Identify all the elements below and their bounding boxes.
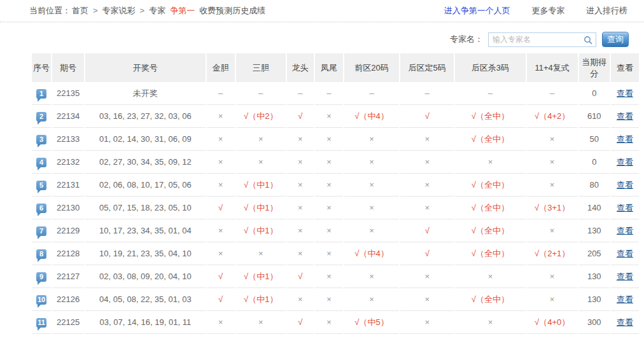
view-link[interactable]: 查看 bbox=[617, 88, 633, 98]
column-header: 开奖号 bbox=[85, 53, 205, 82]
score-cell: 140 bbox=[579, 197, 610, 219]
score-cell: 50 bbox=[579, 128, 610, 151]
column-header: 金胆 bbox=[207, 53, 235, 82]
draw-numbers-cell: 02, 03, 08, 09, 20, 04, 10 bbox=[85, 265, 205, 288]
prediction-result-cell: √（中4） bbox=[344, 105, 399, 128]
breadcrumb-channel-link[interactable]: 专家说彩 bbox=[102, 6, 136, 15]
view-link[interactable]: 查看 bbox=[617, 226, 633, 235]
table-row: 62213005, 07, 15, 18, 23, 05, 10√√（中1）××… bbox=[32, 197, 639, 219]
prediction-result-cell: × bbox=[315, 242, 343, 265]
prediction-result-cell: √（3+1） bbox=[527, 197, 578, 219]
issue-cell: 22126 bbox=[52, 288, 84, 311]
table-row: 122135未开奖––––––––0查看 bbox=[32, 82, 639, 105]
prediction-result-cell: √（全中） bbox=[455, 174, 525, 197]
table-row: 112212503, 07, 14, 16, 19, 01, 11××√×√（中… bbox=[32, 311, 639, 334]
seq-cell: 7 bbox=[32, 219, 51, 242]
prediction-result-cell: × bbox=[207, 128, 235, 151]
prediction-result-cell: × bbox=[207, 174, 235, 197]
table-row: 82212810, 19, 21, 23, 35, 04, 10××××√（中4… bbox=[32, 242, 639, 265]
view-link[interactable]: 查看 bbox=[617, 180, 633, 190]
prediction-result-cell: × bbox=[344, 265, 399, 288]
top-links: 进入争第一个人页 更多专家 进入排行榜 bbox=[425, 5, 627, 17]
draw-numbers-cell: 01, 02, 14, 30, 31, 06, 09 bbox=[85, 128, 205, 151]
table-row: 32213301, 02, 14, 30, 31, 06, 09××××××√（… bbox=[32, 128, 639, 151]
view-link[interactable]: 查看 bbox=[617, 294, 633, 304]
prediction-result-cell: × bbox=[315, 288, 343, 311]
prediction-result-cell: √（全中） bbox=[455, 197, 525, 219]
prediction-result-cell: √ bbox=[207, 288, 235, 311]
prediction-result-cell: – bbox=[315, 82, 343, 105]
seq-cell: 1 bbox=[32, 82, 51, 105]
score-cell: 0 bbox=[579, 151, 610, 174]
prediction-result-cell: √ bbox=[207, 197, 235, 219]
view-link[interactable]: 查看 bbox=[617, 249, 633, 258]
prediction-result-cell: × bbox=[455, 151, 525, 174]
prediction-result-cell: √（全中） bbox=[455, 242, 525, 265]
prediction-result-cell: × bbox=[287, 151, 314, 174]
draw-numbers-cell: 04, 05, 08, 22, 35, 01, 03 bbox=[85, 288, 205, 311]
query-button[interactable]: 查询 bbox=[602, 32, 629, 47]
personal-page-link[interactable]: 进入争第一个人页 bbox=[444, 6, 510, 15]
prediction-result-cell: × bbox=[207, 219, 235, 242]
prediction-result-cell: × bbox=[315, 265, 343, 288]
draw-numbers-cell: 02, 27, 30, 34, 35, 09, 12 bbox=[85, 151, 205, 174]
prediction-result-cell: √（4+2） bbox=[527, 105, 578, 128]
score-cell: 610 bbox=[579, 105, 610, 128]
prediction-result-cell: × bbox=[287, 288, 314, 311]
search-icon[interactable] bbox=[583, 35, 593, 45]
row-number-badge: 6 bbox=[36, 204, 46, 213]
prediction-result-cell: × bbox=[344, 197, 399, 219]
prediction-result-cell: × bbox=[207, 151, 235, 174]
view-link[interactable]: 查看 bbox=[617, 317, 633, 327]
seq-cell: 3 bbox=[32, 128, 51, 151]
breadcrumb-separator: > bbox=[140, 6, 145, 15]
prediction-result-cell: √ bbox=[287, 265, 314, 288]
prediction-result-cell: × bbox=[315, 197, 343, 219]
view-cell: 查看 bbox=[611, 82, 639, 105]
breadcrumb-separator: > bbox=[93, 6, 98, 15]
row-number-badge: 2 bbox=[36, 112, 46, 121]
view-link[interactable]: 查看 bbox=[617, 134, 633, 144]
seq-cell: 11 bbox=[32, 311, 51, 334]
prediction-result-cell: – bbox=[236, 82, 286, 105]
prediction-result-cell: × bbox=[455, 265, 525, 288]
issue-cell: 22135 bbox=[52, 82, 84, 105]
draw-numbers-cell: 未开奖 bbox=[85, 82, 205, 105]
prediction-result-cell: × bbox=[287, 242, 314, 265]
issue-cell: 22130 bbox=[52, 197, 84, 219]
prediction-result-cell: × bbox=[344, 288, 399, 311]
prediction-result-cell: × bbox=[527, 174, 578, 197]
column-header: 当期得分 bbox=[579, 53, 610, 82]
more-experts-link[interactable]: 更多专家 bbox=[531, 6, 564, 15]
ranking-link[interactable]: 进入排行榜 bbox=[586, 6, 627, 15]
row-number-badge: 7 bbox=[36, 226, 46, 236]
view-link[interactable]: 查看 bbox=[617, 111, 633, 121]
draw-numbers-cell: 05, 07, 15, 18, 23, 05, 10 bbox=[85, 197, 205, 219]
expert-search-input[interactable] bbox=[489, 33, 596, 46]
view-link[interactable]: 查看 bbox=[617, 272, 633, 281]
prediction-result-cell: √ bbox=[400, 219, 454, 242]
view-link[interactable]: 查看 bbox=[617, 157, 633, 167]
issue-cell: 22127 bbox=[52, 265, 84, 288]
prediction-result-cell: × bbox=[527, 151, 578, 174]
prediction-result-cell: × bbox=[344, 174, 399, 197]
prediction-result-cell: × bbox=[287, 197, 314, 219]
breadcrumb-home-link[interactable]: 首页 bbox=[72, 6, 88, 15]
view-cell: 查看 bbox=[611, 219, 639, 242]
row-number-badge: 10 bbox=[36, 295, 46, 305]
prediction-result-cell: × bbox=[315, 311, 343, 334]
column-header: 前区20码 bbox=[344, 53, 399, 82]
expert-name-label: 专家名： bbox=[450, 34, 483, 45]
view-cell: 查看 bbox=[611, 105, 639, 128]
prediction-result-cell: √（中1） bbox=[236, 219, 286, 242]
prediction-result-cell: × bbox=[287, 219, 314, 242]
score-cell: 0 bbox=[579, 82, 610, 105]
row-number-badge: 3 bbox=[36, 135, 46, 144]
view-cell: 查看 bbox=[611, 151, 639, 174]
prediction-result-cell: × bbox=[344, 219, 399, 242]
view-link[interactable]: 查看 bbox=[617, 203, 633, 212]
prediction-result-cell: × bbox=[315, 128, 343, 151]
prediction-result-cell: – bbox=[287, 82, 314, 105]
prediction-result-cell: √（4+0） bbox=[527, 311, 578, 334]
prediction-result-cell: × bbox=[287, 128, 314, 151]
